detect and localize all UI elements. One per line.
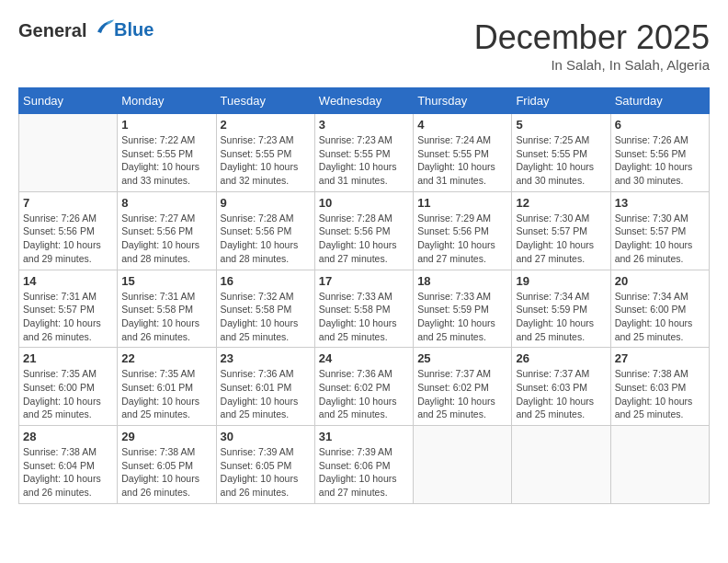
day-info: Sunrise: 7:25 AMSunset: 5:55 PMDaylight:… <box>516 133 606 188</box>
calendar-day-cell: 31Sunrise: 7:39 AMSunset: 6:06 PMDayligh… <box>314 426 413 504</box>
calendar-day-cell: 24Sunrise: 7:36 AMSunset: 6:02 PMDayligh… <box>314 348 413 426</box>
calendar-day-cell: 9Sunrise: 7:28 AMSunset: 5:56 PMDaylight… <box>216 191 314 270</box>
day-info: Sunrise: 7:38 AMSunset: 6:03 PMDaylight:… <box>615 367 705 421</box>
day-number: 14 <box>23 274 113 288</box>
day-number: 13 <box>615 196 705 210</box>
day-number: 11 <box>417 196 507 210</box>
month-title: December 2025 <box>474 18 710 57</box>
calendar-day-cell: 29Sunrise: 7:38 AMSunset: 6:05 PMDayligh… <box>118 426 216 504</box>
day-header-tuesday: Tuesday <box>216 88 314 114</box>
day-info: Sunrise: 7:34 AMSunset: 5:59 PMDaylight:… <box>516 290 606 344</box>
calendar-day-cell: 19Sunrise: 7:34 AMSunset: 5:59 PMDayligh… <box>512 270 610 348</box>
title-block: December 2025 In Salah, In Salah, Algeri… <box>474 18 710 73</box>
calendar-day-cell <box>414 426 512 504</box>
calendar-day-cell <box>610 426 709 504</box>
calendar-day-cell: 21Sunrise: 7:35 AMSunset: 6:00 PMDayligh… <box>19 348 118 426</box>
calendar-day-cell: 15Sunrise: 7:31 AMSunset: 5:58 PMDayligh… <box>118 270 216 348</box>
calendar-day-cell <box>512 426 610 504</box>
day-header-wednesday: Wednesday <box>314 88 413 114</box>
calendar-day-cell: 22Sunrise: 7:35 AMSunset: 6:01 PMDayligh… <box>118 348 216 426</box>
day-header-saturday: Saturday <box>610 88 709 114</box>
logo-general: General <box>18 20 86 40</box>
day-info: Sunrise: 7:28 AMSunset: 5:56 PMDaylight:… <box>319 212 409 266</box>
day-number: 6 <box>615 118 705 132</box>
day-info: Sunrise: 7:30 AMSunset: 5:57 PMDaylight:… <box>615 212 705 266</box>
day-number: 26 <box>516 351 606 365</box>
calendar-day-cell: 6Sunrise: 7:26 AMSunset: 5:56 PMDaylight… <box>610 114 709 192</box>
logo-blue: Blue <box>114 19 154 40</box>
calendar-day-cell: 14Sunrise: 7:31 AMSunset: 5:57 PMDayligh… <box>19 270 118 348</box>
calendar-day-cell: 8Sunrise: 7:27 AMSunset: 5:56 PMDaylight… <box>118 191 216 270</box>
day-info: Sunrise: 7:38 AMSunset: 6:04 PMDaylight:… <box>23 445 113 500</box>
calendar-week-row: 21Sunrise: 7:35 AMSunset: 6:00 PMDayligh… <box>19 348 710 426</box>
page-header: General Blue December 2025 In Salah, In … <box>18 18 710 73</box>
day-info: Sunrise: 7:33 AMSunset: 5:59 PMDaylight:… <box>417 290 507 344</box>
day-info: Sunrise: 7:23 AMSunset: 5:55 PMDaylight:… <box>221 133 311 188</box>
day-info: Sunrise: 7:39 AMSunset: 6:06 PMDaylight:… <box>319 445 409 500</box>
day-number: 25 <box>417 351 507 365</box>
calendar-week-row: 14Sunrise: 7:31 AMSunset: 5:57 PMDayligh… <box>19 270 710 348</box>
day-info: Sunrise: 7:26 AMSunset: 5:56 PMDaylight:… <box>615 133 705 188</box>
day-number: 15 <box>121 274 211 288</box>
calendar-day-cell: 2Sunrise: 7:23 AMSunset: 5:55 PMDaylight… <box>216 114 314 192</box>
day-info: Sunrise: 7:35 AMSunset: 6:01 PMDaylight:… <box>121 367 211 421</box>
day-number: 9 <box>221 196 311 210</box>
day-info: Sunrise: 7:23 AMSunset: 5:55 PMDaylight:… <box>319 133 409 188</box>
calendar-day-cell: 4Sunrise: 7:24 AMSunset: 5:55 PMDaylight… <box>414 114 512 192</box>
day-info: Sunrise: 7:36 AMSunset: 6:02 PMDaylight:… <box>319 367 409 421</box>
day-number: 23 <box>221 351 311 365</box>
calendar-header-row: SundayMondayTuesdayWednesdayThursdayFrid… <box>19 88 710 114</box>
day-info: Sunrise: 7:29 AMSunset: 5:56 PMDaylight:… <box>417 212 507 266</box>
day-info: Sunrise: 7:36 AMSunset: 6:01 PMDaylight:… <box>221 367 311 421</box>
day-info: Sunrise: 7:27 AMSunset: 5:56 PMDaylight:… <box>121 212 211 266</box>
day-info: Sunrise: 7:26 AMSunset: 5:56 PMDaylight:… <box>23 212 113 266</box>
day-number: 1 <box>121 118 211 132</box>
calendar-day-cell: 16Sunrise: 7:32 AMSunset: 5:58 PMDayligh… <box>216 270 314 348</box>
day-header-monday: Monday <box>118 88 216 114</box>
calendar-day-cell: 7Sunrise: 7:26 AMSunset: 5:56 PMDaylight… <box>19 191 118 270</box>
day-info: Sunrise: 7:38 AMSunset: 6:05 PMDaylight:… <box>121 445 211 500</box>
calendar-day-cell: 26Sunrise: 7:37 AMSunset: 6:03 PMDayligh… <box>512 348 610 426</box>
day-number: 31 <box>319 430 409 443</box>
day-info: Sunrise: 7:22 AMSunset: 5:55 PMDaylight:… <box>121 133 211 188</box>
calendar-table: SundayMondayTuesdayWednesdayThursdayFrid… <box>18 87 710 504</box>
logo-bird-icon <box>94 18 116 37</box>
calendar-day-cell: 1Sunrise: 7:22 AMSunset: 5:55 PMDaylight… <box>118 114 216 192</box>
day-number: 3 <box>319 118 409 132</box>
day-number: 21 <box>23 351 113 365</box>
calendar-week-row: 1Sunrise: 7:22 AMSunset: 5:55 PMDaylight… <box>19 114 710 192</box>
day-number: 19 <box>516 274 606 288</box>
day-info: Sunrise: 7:32 AMSunset: 5:58 PMDaylight:… <box>221 290 311 344</box>
calendar-day-cell: 17Sunrise: 7:33 AMSunset: 5:58 PMDayligh… <box>314 270 413 348</box>
day-number: 7 <box>23 196 113 210</box>
day-number: 2 <box>221 118 311 132</box>
calendar-day-cell: 25Sunrise: 7:37 AMSunset: 6:02 PMDayligh… <box>414 348 512 426</box>
calendar-week-row: 7Sunrise: 7:26 AMSunset: 5:56 PMDaylight… <box>19 191 710 270</box>
day-number: 22 <box>121 351 211 365</box>
day-number: 27 <box>615 351 705 365</box>
calendar-day-cell: 23Sunrise: 7:36 AMSunset: 6:01 PMDayligh… <box>216 348 314 426</box>
day-header-sunday: Sunday <box>19 88 118 114</box>
day-info: Sunrise: 7:37 AMSunset: 6:02 PMDaylight:… <box>417 367 507 421</box>
calendar-day-cell: 28Sunrise: 7:38 AMSunset: 6:04 PMDayligh… <box>19 426 118 504</box>
day-number: 24 <box>319 351 409 365</box>
logo: General Blue <box>18 18 154 40</box>
day-info: Sunrise: 7:39 AMSunset: 6:05 PMDaylight:… <box>221 445 311 500</box>
day-info: Sunrise: 7:31 AMSunset: 5:58 PMDaylight:… <box>121 290 211 344</box>
day-info: Sunrise: 7:24 AMSunset: 5:55 PMDaylight:… <box>417 133 507 188</box>
calendar-day-cell: 18Sunrise: 7:33 AMSunset: 5:59 PMDayligh… <box>414 270 512 348</box>
calendar-day-cell: 30Sunrise: 7:39 AMSunset: 6:05 PMDayligh… <box>216 426 314 504</box>
calendar-day-cell: 11Sunrise: 7:29 AMSunset: 5:56 PMDayligh… <box>414 191 512 270</box>
day-number: 8 <box>121 196 211 210</box>
calendar-day-cell: 13Sunrise: 7:30 AMSunset: 5:57 PMDayligh… <box>610 191 709 270</box>
day-number: 17 <box>319 274 409 288</box>
day-info: Sunrise: 7:28 AMSunset: 5:56 PMDaylight:… <box>221 212 311 266</box>
day-number: 29 <box>121 430 211 443</box>
day-number: 18 <box>417 274 507 288</box>
day-info: Sunrise: 7:33 AMSunset: 5:58 PMDaylight:… <box>319 290 409 344</box>
day-info: Sunrise: 7:30 AMSunset: 5:57 PMDaylight:… <box>516 212 606 266</box>
day-info: Sunrise: 7:31 AMSunset: 5:57 PMDaylight:… <box>23 290 113 344</box>
day-number: 12 <box>516 196 606 210</box>
calendar-week-row: 28Sunrise: 7:38 AMSunset: 6:04 PMDayligh… <box>19 426 710 504</box>
location-subtitle: In Salah, In Salah, Algeria <box>474 57 710 73</box>
